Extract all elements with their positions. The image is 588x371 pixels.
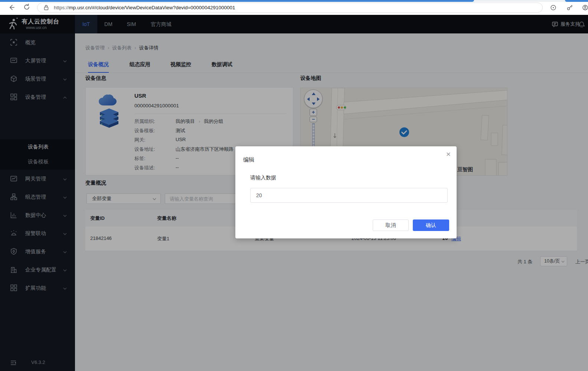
browser-tab-strip (0, 0, 588, 2)
browser-chrome: https://mp.usr.cn/#/cloud/device/ViewDev… (0, 0, 588, 15)
edit-dialog: 编辑 × 请输入数据 取消 确认 (235, 146, 457, 238)
dialog-input-label: 请输入数据 (250, 175, 276, 181)
location-icon[interactable] (550, 4, 556, 11)
dialog-title: 编辑 (243, 156, 254, 163)
close-icon[interactable]: × (446, 150, 451, 158)
lock-icon[interactable] (44, 5, 49, 10)
url-text: https://mp.usr.cn/#/cloud/device/ViewDev… (54, 5, 235, 10)
url-scheme: https:// (54, 5, 69, 10)
tab-strip-accent-right (565, 0, 588, 2)
tab-strip-accent-left (0, 0, 474, 2)
screen: https://mp.usr.cn/#/cloud/device/ViewDev… (0, 0, 588, 371)
browser-refresh-icon[interactable] (23, 3, 30, 11)
url-rest: mp.usr.cn/#/cloud/device/ViewDeviceDataV… (69, 5, 235, 10)
browser-back-icon[interactable] (8, 4, 15, 11)
data-value-input[interactable] (250, 188, 448, 203)
confirm-button[interactable]: 确认 (413, 219, 449, 231)
profile-icon[interactable] (582, 4, 588, 11)
cancel-button[interactable]: 取消 (373, 219, 409, 231)
key-icon[interactable] (566, 4, 573, 11)
